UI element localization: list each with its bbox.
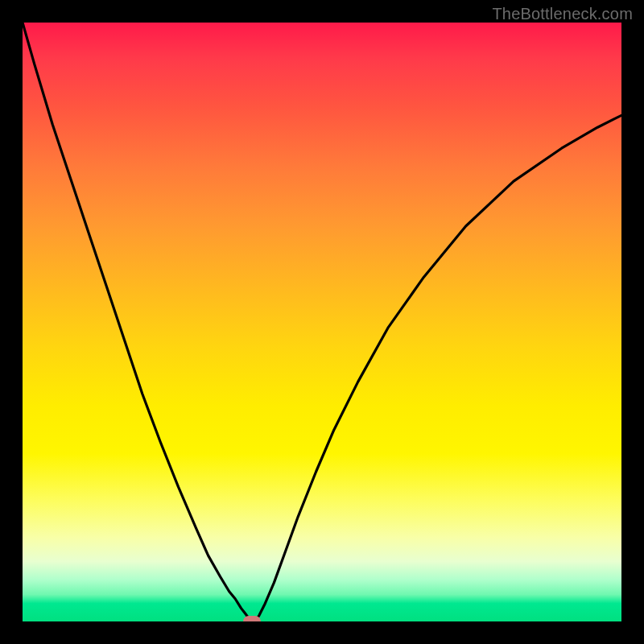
optimal-point-marker bbox=[243, 616, 261, 621]
chart-frame: TheBottleneck.com bbox=[0, 0, 644, 644]
plot-area bbox=[23, 23, 621, 621]
bottleneck-curve bbox=[23, 23, 621, 621]
watermark-text: TheBottleneck.com bbox=[492, 5, 633, 23]
